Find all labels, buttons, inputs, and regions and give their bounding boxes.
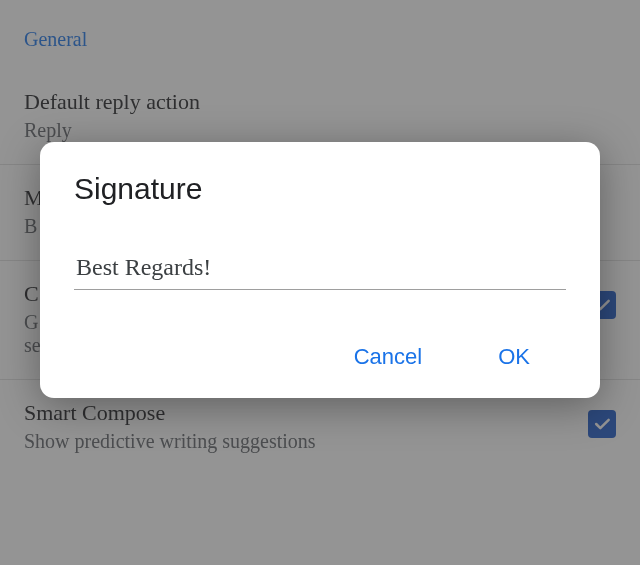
modal-overlay: Signature Cancel OK xyxy=(0,0,640,565)
dialog-actions: Cancel OK xyxy=(74,338,566,376)
dialog-title: Signature xyxy=(74,172,566,206)
signature-input[interactable] xyxy=(74,248,566,290)
cancel-button[interactable]: Cancel xyxy=(346,338,430,376)
ok-button[interactable]: OK xyxy=(490,338,538,376)
signature-dialog: Signature Cancel OK xyxy=(40,142,600,398)
